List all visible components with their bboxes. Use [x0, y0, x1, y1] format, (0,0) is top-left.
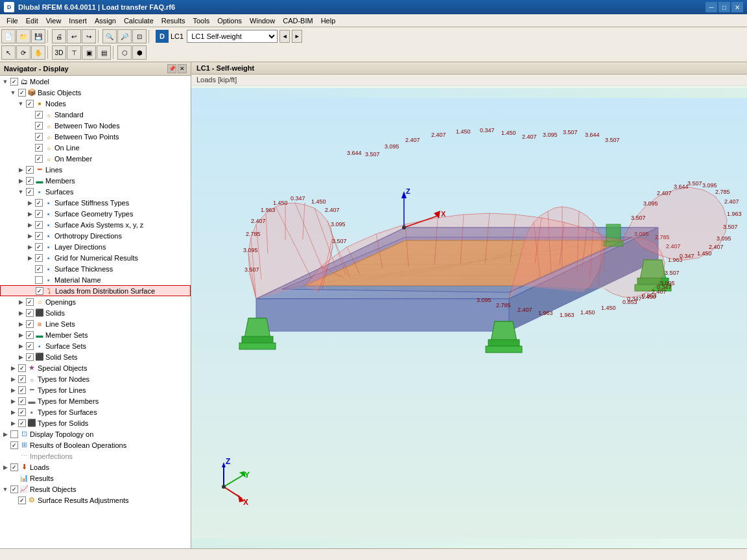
tree-item-model[interactable]: ▼ 🗂 Model: [0, 76, 191, 87]
nav-pin-button[interactable]: 📌: [167, 64, 176, 73]
expander-lines[interactable]: ▶: [17, 166, 25, 174]
expander-surfacesets[interactable]: ▶: [17, 342, 25, 350]
expander-ld[interactable]: ▶: [26, 243, 34, 251]
tree-item-between-two-nodes[interactable]: ▶ ⬦ Between Two Nodes: [0, 120, 191, 131]
menu-file[interactable]: File: [3, 16, 22, 26]
expander-nodes[interactable]: ▼: [17, 100, 25, 108]
expander-dt[interactable]: ▶: [1, 430, 9, 438]
tree-item-orthotropy[interactable]: ▶ ▪ Orthotropy Directions: [0, 230, 191, 241]
expander-sst[interactable]: ▶: [26, 199, 34, 207]
tree-item-between-two-points[interactable]: ▶ ⬦ Between Two Points: [0, 131, 191, 142]
checkbox-surface-axis[interactable]: [35, 221, 43, 229]
tb-print[interactable]: 🖨: [52, 29, 66, 43]
checkbox-boolean-ops[interactable]: [10, 441, 18, 449]
checkbox-display-topology[interactable]: [10, 430, 18, 438]
menu-cadbim[interactable]: CAD-BIM: [279, 16, 316, 26]
tb-zoom-out[interactable]: 🔎: [117, 29, 132, 43]
checkbox-line-sets[interactable]: [26, 320, 34, 328]
tree-item-results[interactable]: ▶ 📊 Results: [0, 472, 191, 484]
checkbox-on-line[interactable]: [35, 144, 43, 152]
menu-insert[interactable]: Insert: [65, 16, 91, 26]
tb-front[interactable]: ▣: [82, 45, 96, 60]
checkbox-member-sets[interactable]: [26, 331, 34, 339]
menu-window[interactable]: Window: [246, 16, 279, 26]
tree-item-material-name[interactable]: ▶ ▪ Material Name: [0, 274, 191, 285]
tree-item-surface-thickness[interactable]: ▶ ▪ Surface Thickness: [0, 263, 191, 274]
tree-item-on-member[interactable]: ▶ ⬦ On Member: [0, 153, 191, 164]
tree-item-surface-geometry[interactable]: ▶ ▪ Surface Geometry Types: [0, 208, 191, 219]
tree-item-imperfections[interactable]: ▶ ⋯ Imperfections: [0, 450, 191, 461]
expander-basic-objects[interactable]: ▼: [9, 89, 17, 97]
tb-top[interactable]: ⊤: [67, 45, 81, 60]
maximize-button[interactable]: □: [718, 2, 730, 12]
expander-openings[interactable]: ▶: [17, 298, 25, 306]
checkbox-on-member[interactable]: [35, 155, 43, 163]
menu-view[interactable]: View: [42, 16, 65, 26]
tree-item-boolean-ops[interactable]: ▶ ⊞ Results of Boolean Operations: [0, 439, 191, 450]
tree-item-result-objects[interactable]: ▼ 📈 Result Objects: [0, 484, 191, 495]
expander-tl[interactable]: ▶: [9, 386, 17, 394]
tree-item-surface-stiffness[interactable]: ▶ ▪ Surface Stiffness Types: [0, 197, 191, 208]
tree-item-members[interactable]: ▶ ▬ Members: [0, 175, 191, 186]
checkbox-types-nodes[interactable]: [18, 375, 26, 383]
tree-item-types-members[interactable]: ▶ ▬ Types for Members: [0, 395, 191, 406]
menu-calculate[interactable]: Calculate: [120, 16, 158, 26]
tree-item-surface-axis[interactable]: ▶ ▪ Surface Axis Systems x, y, z: [0, 219, 191, 230]
checkbox-layer-dir[interactable]: [35, 243, 43, 251]
tree-item-special-objects[interactable]: ▶ ★ Special Objects: [0, 362, 191, 373]
tree-item-line-sets[interactable]: ▶ ≡ Line Sets: [0, 318, 191, 329]
expander-membersets[interactable]: ▶: [17, 331, 25, 339]
checkbox-types-surfaces[interactable]: [18, 408, 26, 416]
menu-tools[interactable]: Tools: [189, 16, 213, 26]
checkbox-types-lines[interactable]: [18, 386, 26, 394]
tb-save[interactable]: 💾: [31, 29, 45, 43]
expander-tn[interactable]: ▶: [9, 375, 17, 383]
menu-options[interactable]: Options: [213, 16, 246, 26]
minimize-button[interactable]: ─: [706, 2, 717, 12]
checkbox-surface-thickness[interactable]: [35, 265, 43, 273]
expander-ro[interactable]: ▼: [1, 485, 9, 493]
expander-sas[interactable]: ▶: [26, 221, 34, 229]
checkbox-loads-dist-surface[interactable]: [36, 287, 43, 295]
checkbox-nodes[interactable]: [26, 100, 34, 108]
menu-assign[interactable]: Assign: [91, 16, 120, 26]
checkbox-surfaces[interactable]: [26, 188, 34, 196]
expander-orth[interactable]: ▶: [26, 232, 34, 240]
checkbox-surface-results-adj[interactable]: [18, 496, 26, 504]
close-button[interactable]: ✕: [731, 2, 743, 12]
tb-3d[interactable]: 3D: [52, 45, 66, 60]
nav-close-button[interactable]: ✕: [178, 64, 187, 73]
expander-gnr[interactable]: ▶: [26, 254, 34, 262]
checkbox-openings[interactable]: [26, 298, 34, 306]
tree-item-surface-sets[interactable]: ▶ ▪ Surface Sets: [0, 340, 191, 351]
lc-next[interactable]: ►: [292, 30, 302, 43]
tree-item-loads[interactable]: ▶ ⬇ Loads: [0, 461, 191, 472]
expander-model[interactable]: ▼: [1, 78, 9, 86]
tb-pan[interactable]: ✋: [31, 45, 45, 60]
checkbox-basic-objects[interactable]: [18, 89, 26, 97]
expander-sgt[interactable]: ▶: [26, 210, 34, 218]
expander-members[interactable]: ▶: [17, 177, 25, 185]
viewport-canvas[interactable]: 3.507 3.095 2.785 2.407 1.963 1.450 0.34…: [191, 88, 747, 548]
checkbox-special-objects[interactable]: [18, 364, 26, 372]
expander-tm[interactable]: ▶: [9, 397, 17, 405]
checkbox-types-members[interactable]: [18, 397, 26, 405]
checkbox-material-name[interactable]: [35, 276, 43, 284]
menu-results[interactable]: Results: [158, 16, 189, 26]
tree-item-types-nodes[interactable]: ▶ ⬦ Types for Nodes: [0, 373, 191, 384]
load-case-select[interactable]: LC1 Self-weight: [187, 30, 278, 43]
tree-item-standard[interactable]: ▶ ⬦ Standard: [0, 109, 191, 120]
tb-zoom-in[interactable]: 🔍: [102, 29, 117, 43]
checkbox-model[interactable]: [10, 78, 18, 86]
tb-undo[interactable]: ↩: [67, 29, 81, 43]
expander-loads[interactable]: ▶: [1, 463, 9, 471]
expander-surfaces[interactable]: ▼: [17, 188, 25, 196]
checkbox-lines[interactable]: [26, 166, 34, 174]
tree-item-nodes[interactable]: ▼ ● Nodes: [0, 98, 191, 109]
expander-tsf[interactable]: ▶: [9, 408, 17, 416]
tree-item-basic-objects[interactable]: ▼ 📦 Basic Objects: [0, 87, 191, 98]
expander-tso[interactable]: ▶: [9, 419, 17, 427]
expander-solidsets[interactable]: ▶: [17, 353, 25, 361]
tree-item-surfaces[interactable]: ▼ ▪ Surfaces: [0, 186, 191, 197]
tree-item-surface-results-adj[interactable]: ▶ ⚙ Surface Results Adjustments: [0, 495, 191, 506]
